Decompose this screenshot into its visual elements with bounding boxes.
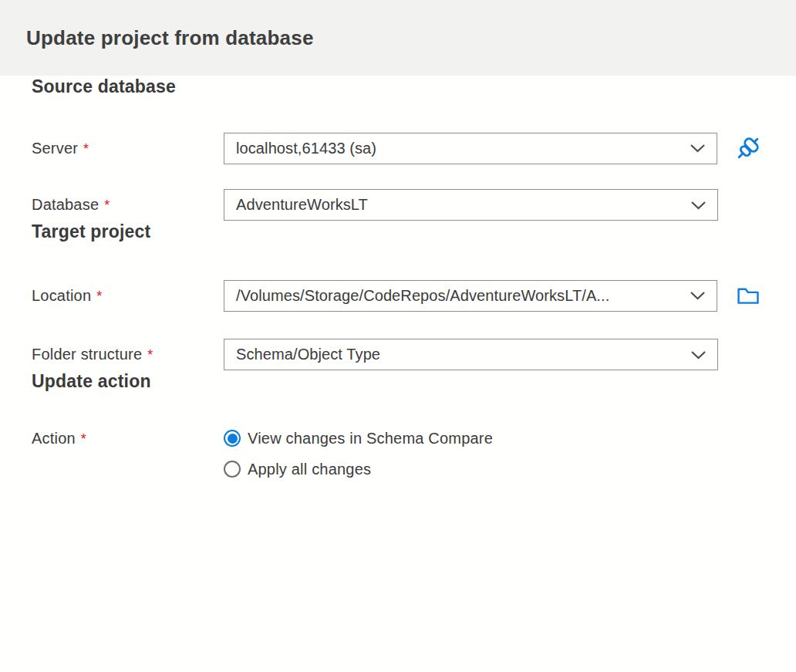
database-dropdown[interactable]: AdventureWorksLT [224,189,718,221]
database-dropdown-value: AdventureWorksLT [236,196,368,214]
required-asterisk: * [147,347,153,363]
action-row: Action* View changes in Schema Compare A… [32,427,764,481]
required-asterisk: * [81,431,86,447]
radio-option-label: View changes in Schema Compare [248,430,493,447]
section-heading-source-database: Source database [32,76,764,97]
location-dropdown-value: /Volumes/Storage/CodeRepos/AdventureWork… [236,287,609,305]
dialog-titlebar: Update project from database [0,0,796,76]
folder-structure-row: Folder structure* Schema/Object Type [32,339,764,370]
page-title: Update project from database [26,26,314,50]
folder-structure-label: Folder structure* [32,346,224,363]
radio-button[interactable] [224,461,241,478]
location-label: Location* [32,287,224,305]
chevron-down-icon [690,291,706,300]
folder-structure-dropdown-value: Schema/Object Type [236,346,380,363]
chevron-down-icon [690,350,707,360]
action-radio-group: View changes in Schema Compare Apply all… [224,427,493,481]
connect-button[interactable] [732,132,764,164]
connect-icon [733,133,764,164]
radio-option-label: Apply all changes [248,461,371,478]
location-dropdown[interactable]: /Volumes/Storage/CodeRepos/AdventureWork… [224,280,717,312]
section-heading-update-action: Update action [32,370,764,392]
required-asterisk: * [96,289,102,304]
radio-button[interactable] [224,430,241,447]
database-row: Database* AdventureWorksLT [32,189,764,221]
folder-icon [735,282,761,309]
server-row: Server* localhost,61433 (sa) [32,132,764,164]
folder-structure-dropdown[interactable]: Schema/Object Type [224,339,718,370]
required-asterisk: * [83,141,89,157]
browse-folder-button[interactable] [732,279,764,312]
radio-option-view-changes[interactable]: View changes in Schema Compare [224,427,493,450]
action-label: Action* [32,427,224,451]
location-row: Location* /Volumes/Storage/CodeRepos/Adv… [32,279,764,312]
server-dropdown-value: localhost,61433 (sa) [236,140,376,157]
server-label: Server* [32,140,224,157]
server-dropdown[interactable]: localhost,61433 (sa) [224,133,717,164]
chevron-down-icon [690,144,706,153]
radio-option-apply-all[interactable]: Apply all changes [224,458,493,481]
chevron-down-icon [690,201,707,210]
section-heading-target-project: Target project [32,221,764,242]
dialog-body: Source database Server* localhost,61433 … [0,76,796,481]
required-asterisk: * [104,198,110,213]
database-label: Database* [32,196,224,214]
